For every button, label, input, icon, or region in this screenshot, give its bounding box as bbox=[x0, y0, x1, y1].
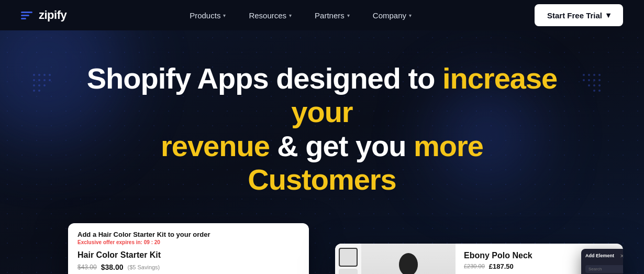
add-element-search-input[interactable] bbox=[585, 265, 623, 273]
popup-header: Add a Hair Color Starter Kit to your ord… bbox=[77, 231, 299, 238]
svg-point-9 bbox=[38, 84, 40, 86]
preview-right: ‹ › Ebony Polo Neck £230.00 £187.50 A ch… bbox=[335, 244, 623, 274]
product-page-card: ‹ › Ebony Polo Neck £230.00 £187.50 A ch… bbox=[335, 244, 623, 274]
cta-chevron-icon: ▾ bbox=[606, 10, 610, 20]
svg-point-23 bbox=[598, 84, 601, 86]
headline-yellow-2: revenue bbox=[161, 129, 270, 162]
popup-price-new: $38.00 bbox=[101, 263, 124, 271]
navbar: zipify Products ▾ Resources ▾ Partners ▾… bbox=[0, 0, 644, 30]
add-element-header: Add Element ✕ bbox=[585, 253, 623, 259]
popup-subheader: Exclusive offer expires in: 09 : 20 bbox=[77, 239, 299, 245]
svg-point-16 bbox=[598, 74, 601, 76]
svg-point-7 bbox=[49, 79, 51, 81]
svg-point-0 bbox=[33, 74, 35, 76]
add-element-panel: Add Element ✕ 🖼️ Image ▶️ Video bbox=[581, 249, 623, 274]
nav-item-products[interactable]: Products ▾ bbox=[180, 7, 235, 24]
svg-point-14 bbox=[588, 74, 590, 76]
popup-subheader-text: Exclusive offer expires in: bbox=[77, 239, 142, 245]
svg-point-13 bbox=[583, 74, 585, 76]
headline-white-2: & get you bbox=[277, 129, 414, 162]
logo[interactable]: zipify bbox=[21, 8, 66, 22]
svg-point-24 bbox=[593, 90, 595, 92]
svg-point-18 bbox=[588, 79, 590, 81]
add-element-close-button[interactable]: ✕ bbox=[620, 253, 623, 259]
svg-point-6 bbox=[43, 79, 46, 81]
upsell-popup-card: Add a Hair Color Starter Kit to your ord… bbox=[68, 223, 309, 274]
dot-matrix-right bbox=[581, 72, 613, 106]
dot-matrix-left bbox=[31, 72, 63, 106]
product-main-image: ‹ › bbox=[361, 244, 456, 274]
svg-point-25 bbox=[598, 90, 601, 92]
nav-item-resources-label: Resources bbox=[249, 11, 286, 20]
svg-point-19 bbox=[593, 79, 595, 81]
popup-price-old: $43.00 bbox=[77, 264, 97, 271]
svg-point-1 bbox=[38, 74, 40, 76]
headline-white-1: Shopify Apps designed to bbox=[87, 62, 435, 95]
svg-point-11 bbox=[33, 90, 35, 92]
preview-left: Order confirmed OVERTON 721 Broadway, NY… bbox=[21, 223, 325, 274]
nav-item-company-label: Company bbox=[373, 11, 406, 20]
svg-point-2 bbox=[43, 74, 46, 76]
svg-point-22 bbox=[593, 84, 595, 86]
product-price-old: £230.00 bbox=[464, 263, 485, 269]
figure-silhouette-svg bbox=[361, 244, 456, 274]
nav-item-products-label: Products bbox=[190, 11, 220, 20]
svg-point-17 bbox=[583, 79, 585, 81]
nav-item-partners[interactable]: Partners ▾ bbox=[305, 7, 359, 24]
hero-headline: Shopify Apps designed to increase your r… bbox=[86, 62, 558, 197]
popup-timer: 09 : 20 bbox=[144, 239, 160, 245]
svg-point-20 bbox=[598, 79, 601, 81]
svg-point-3 bbox=[49, 74, 51, 76]
add-element-panel-title: Add Element bbox=[585, 253, 614, 258]
chevron-down-icon: ▾ bbox=[223, 13, 226, 18]
product-price-new: £187.50 bbox=[489, 262, 514, 270]
product-details: Ebony Polo Neck £230.00 £187.50 A chic b… bbox=[456, 244, 623, 274]
figure-background bbox=[361, 244, 456, 274]
chevron-down-icon: ▾ bbox=[289, 13, 292, 18]
start-free-trial-button[interactable]: Start Free Trial ▾ bbox=[535, 4, 623, 26]
nav-links: Products ▾ Resources ▾ Partners ▾ Compan… bbox=[180, 7, 421, 24]
product-thumb-2[interactable] bbox=[339, 269, 358, 274]
popup-prices: $43.00 $38.00 ($5 Savings) bbox=[77, 263, 299, 271]
chevron-down-icon: ▾ bbox=[409, 13, 412, 18]
cta-label: Start Free Trial bbox=[547, 11, 602, 20]
svg-point-12 bbox=[38, 90, 40, 92]
logo-stripes bbox=[21, 12, 32, 19]
svg-point-4 bbox=[33, 79, 35, 81]
nav-item-resources[interactable]: Resources ▾ bbox=[239, 7, 301, 24]
hero-previews: Order confirmed OVERTON 721 Broadway, NY… bbox=[21, 223, 623, 274]
popup-savings: ($5 Savings) bbox=[128, 264, 160, 270]
chevron-down-icon: ▾ bbox=[347, 13, 350, 18]
hero-section: Shopify Apps designed to increase your r… bbox=[0, 30, 644, 274]
svg-point-21 bbox=[588, 84, 590, 86]
popup-product-title: Hair Color Starter Kit bbox=[77, 250, 299, 260]
svg-point-8 bbox=[33, 84, 35, 86]
svg-point-15 bbox=[593, 74, 595, 76]
product-thumbnails bbox=[335, 244, 361, 274]
logo-text: zipify bbox=[39, 8, 66, 22]
nav-item-partners-label: Partners bbox=[315, 11, 345, 20]
product-thumb-1[interactable] bbox=[339, 248, 358, 267]
svg-point-5 bbox=[38, 79, 40, 81]
nav-item-company[interactable]: Company ▾ bbox=[363, 7, 421, 24]
svg-point-10 bbox=[43, 84, 46, 86]
